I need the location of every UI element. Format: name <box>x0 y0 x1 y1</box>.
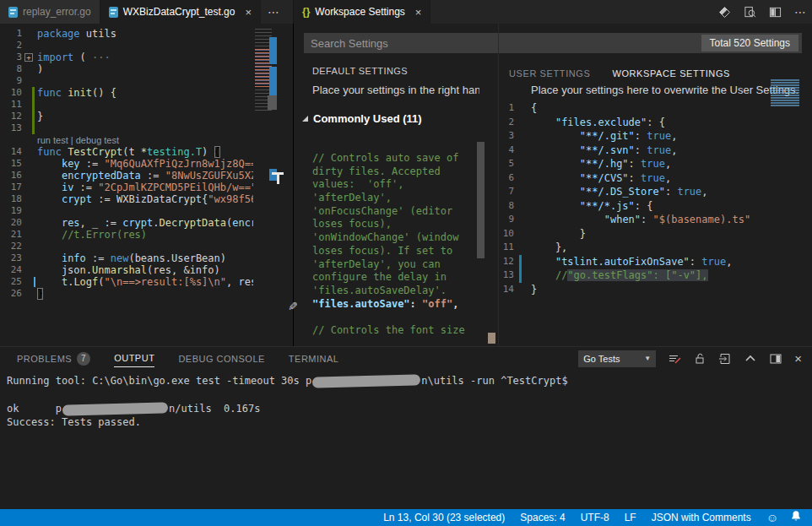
status-item[interactable]: LF <box>625 512 636 523</box>
code-line[interactable]: 15 key := "Mq6QuAXfPiQzJrn8w1jz8Q==" <box>0 158 294 170</box>
line-number[interactable]: 14 <box>499 283 514 297</box>
code-line[interactable]: 1package utils <box>0 28 294 40</box>
code-line[interactable]: 17 iv := "2CpJmlKZPCMD5PEilQHb/w==" <box>0 182 294 193</box>
workspace-settings-code[interactable]: 1{2 "files.exclude": {3 "**/.git": true,… <box>499 101 812 296</box>
line-number[interactable]: 15 <box>0 158 22 170</box>
feedback-smiley-icon[interactable]: ☺ <box>766 512 778 523</box>
line-number[interactable]: 25 <box>0 276 22 288</box>
status-item[interactable]: Spaces: 4 <box>520 512 565 523</box>
line-number[interactable]: 20 <box>0 217 22 229</box>
tab-replay-error-go[interactable]: replay_error.go <box>0 0 100 24</box>
code-line[interactable]: 16 encryptedData := "8NwUsZGUFXu5XZyU <box>0 170 294 182</box>
code-line[interactable]: 8 "**/*.js": { <box>499 199 812 214</box>
line-number[interactable]: 10 <box>499 227 514 241</box>
split-editor-icon[interactable] <box>769 6 782 19</box>
code-line[interactable]: 22 <box>0 241 294 252</box>
default-settings-scrollbar[interactable] <box>477 142 484 258</box>
code-line[interactable]: 12} <box>0 111 294 122</box>
line-number[interactable]: 14 <box>0 146 22 158</box>
code-line[interactable]: 26} <box>0 288 294 300</box>
line-number[interactable]: 18 <box>0 193 22 205</box>
code-line[interactable]: 11 }, <box>499 241 812 255</box>
line-number[interactable]: 3 <box>499 129 514 144</box>
code-line[interactable]: 10func init() { <box>0 87 294 99</box>
close-tab-icon[interactable]: × <box>415 7 422 18</box>
open-settings-json-icon[interactable] <box>718 6 731 19</box>
panel-tab-debug-console[interactable]: DEBUG CONSOLE <box>178 350 264 367</box>
code-editor-left[interactable]: 1package utils23+import ( ···8)910func i… <box>0 24 294 346</box>
clear-output-icon[interactable] <box>668 352 681 366</box>
line-number[interactable]: 9 <box>499 213 514 227</box>
code-line[interactable]: 6 "**/CVS": true, <box>499 171 812 186</box>
line-number[interactable]: 16 <box>0 170 22 182</box>
code-line[interactable]: 18 crypt := WXBizDataCrypt{"wx98f566a <box>0 193 294 205</box>
line-number[interactable]: 23 <box>0 252 22 264</box>
line-number[interactable]: 5 <box>499 157 514 171</box>
line-number[interactable]: 11 <box>499 241 514 255</box>
code-line[interactable]: 19 <box>0 205 294 217</box>
panel-tab-output[interactable]: OUTPUT <box>114 350 154 367</box>
code-line[interactable]: 23 info := new(beans.UserBean) <box>0 252 294 264</box>
line-number[interactable]: 26 <box>0 288 22 300</box>
line-number[interactable]: 9 <box>0 75 22 87</box>
fold-icon[interactable]: + <box>24 53 33 62</box>
close-tab-icon[interactable]: × <box>245 7 252 18</box>
line-number[interactable]: 22 <box>0 241 22 252</box>
line-number[interactable]: 1 <box>499 101 514 116</box>
code-line[interactable]: 14} <box>499 283 812 297</box>
codelens-run-debug[interactable]: run test | debug test <box>37 134 119 146</box>
unlock-scroll-icon[interactable] <box>693 352 706 366</box>
line-number[interactable]: 6 <box>499 171 514 186</box>
code-line[interactable]: 9 <box>0 75 294 87</box>
code-line[interactable]: 13 <box>0 122 294 134</box>
notifications-bell-icon[interactable] <box>790 510 802 525</box>
output-channel-select[interactable]: Go Tests ▼ <box>578 350 656 367</box>
tab-user-settings[interactable]: USER SETTINGS <box>509 68 590 81</box>
status-item[interactable]: JSON with Comments <box>652 512 751 523</box>
toggle-panel-position-icon[interactable] <box>769 352 782 366</box>
output-console[interactable]: Running tool: C:\Go\bin\go.exe test -tim… <box>7 374 805 429</box>
line-number[interactable]: 11 <box>0 99 22 111</box>
line-number[interactable]: 8 <box>0 63 22 75</box>
code-line[interactable]: 9 "when": "$(basename).ts" <box>499 213 812 227</box>
status-item[interactable]: UTF-8 <box>581 512 609 523</box>
code-line[interactable]: 11 <box>0 99 294 111</box>
close-panel-icon[interactable]: × <box>794 352 802 365</box>
line-number[interactable]: 3 <box>0 52 22 63</box>
code-line[interactable]: 3 "**/.git": true, <box>499 129 812 144</box>
default-setting-entry[interactable]: "files.autoSave": "off", <box>312 298 465 312</box>
code-line[interactable]: 7 "**/.DS_Store": true, <box>499 185 812 199</box>
line-number[interactable]: 24 <box>0 264 22 276</box>
code-line[interactable]: 3+import ( ··· <box>0 52 294 63</box>
tab-workspace-settings[interactable]: {}Workspace Settings× <box>294 0 430 24</box>
line-number[interactable]: 2 <box>499 116 514 130</box>
code-line[interactable]: 24 json.Unmarshal(res, &info) <box>0 264 294 276</box>
line-number[interactable]: 7 <box>499 185 514 199</box>
line-number[interactable]: 12 <box>0 111 22 122</box>
edit-setting-pencil-icon[interactable]: ✎ <box>288 300 298 313</box>
code-line[interactable]: 2 <box>0 40 294 52</box>
line-number[interactable]: 17 <box>0 182 22 193</box>
line-number[interactable]: 13 <box>0 122 22 134</box>
commonly-used-section[interactable]: Commonly Used (11) <box>302 112 422 125</box>
code-line[interactable]: 4 "**/.svn": true, <box>499 144 812 158</box>
code-line[interactable]: 21 //t.Error(res) <box>0 229 294 241</box>
line-number[interactable]: 10 <box>0 87 22 99</box>
code-line[interactable]: 8) <box>0 63 294 75</box>
line-number[interactable]: 12 <box>499 255 514 269</box>
line-number[interactable]: 4 <box>499 144 514 158</box>
code-line[interactable]: 20 res, _ := crypt.DecryptData(encryp <box>0 217 294 229</box>
open-log-file-icon[interactable] <box>718 352 732 366</box>
minimap-slider[interactable] <box>268 95 277 110</box>
line-number[interactable]: 21 <box>0 229 22 241</box>
line-number[interactable]: 13 <box>499 268 514 283</box>
status-item[interactable]: Ln 13, Col 30 (23 selected) <box>383 512 505 523</box>
left-tab-more-icon[interactable]: ⋯ <box>261 0 287 24</box>
code-line[interactable]: 25 t.Logf("\n==>result:[%s]\n", res) <box>0 276 294 288</box>
line-number[interactable]: 2 <box>0 40 22 52</box>
code-line[interactable]: 14func TestCrypt(t *testing.T) { <box>0 146 294 158</box>
tab-workspace-settings[interactable]: WORKSPACE SETTINGS <box>612 68 730 81</box>
scrollbar-fragment[interactable] <box>488 333 495 344</box>
editor-more-actions-icon[interactable]: ⋯ <box>794 5 807 19</box>
code-line[interactable]: 13 //"go.testFlags": ["-v"], <box>499 268 812 283</box>
